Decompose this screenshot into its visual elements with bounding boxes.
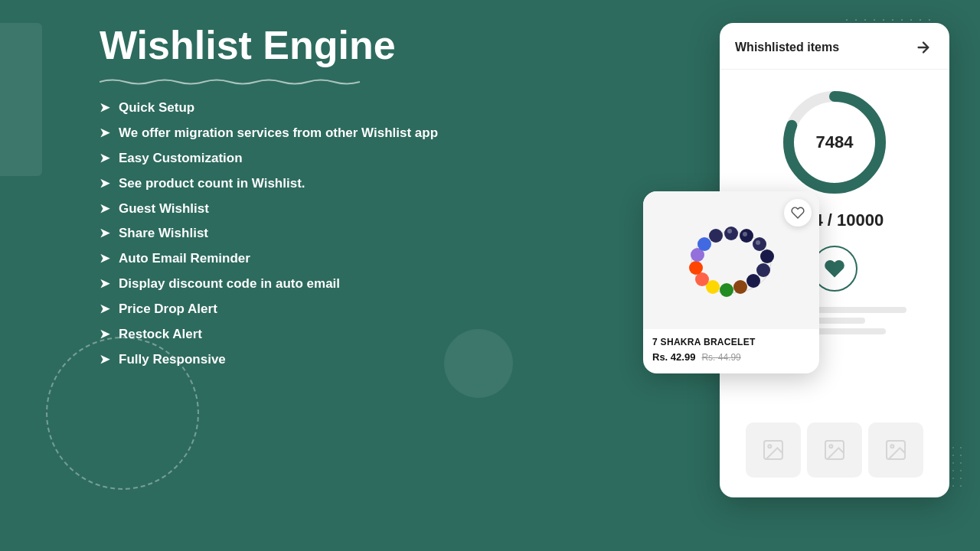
donut-chart: 7484: [777, 85, 892, 200]
right-section: Whishlisted items 7484 7484 / 10000: [643, 23, 949, 528]
arrow-icon: ➤: [100, 100, 109, 115]
title-underline: [100, 75, 360, 80]
arrow-icon: ➤: [100, 226, 109, 240]
arrow-icon: ➤: [100, 151, 109, 165]
list-item: ➤ Auto Email Reminder: [100, 250, 498, 268]
arrow-icon: ➤: [100, 302, 109, 316]
svg-point-24: [743, 232, 747, 236]
svg-point-21: [697, 237, 711, 251]
list-item: ➤ Restock Alert: [100, 326, 498, 344]
donut-chart-area: 7484: [720, 70, 949, 207]
left-section: Wishlist Engine ➤ Quick Setup ➤ We offer…: [100, 23, 498, 369]
arrow-icon: ➤: [100, 176, 109, 191]
thumbnail-3: [868, 422, 923, 478]
left-rectangle: [0, 23, 42, 176]
svg-point-16: [720, 283, 733, 297]
product-info: 7 SHAKRA BRACELET Rs. 42.99 Rs. 44.99: [643, 329, 819, 373]
list-item: ➤ Quick Setup: [100, 99, 498, 117]
feature-label: See product count in Wishlist.: [119, 175, 305, 193]
arrow-icon: ➤: [100, 126, 109, 140]
svg-point-14: [746, 274, 760, 288]
arrow-icon: ➤: [100, 327, 109, 341]
donut-count: 7484: [816, 132, 854, 152]
arrow-icon: ➤: [100, 352, 109, 367]
svg-point-25: [756, 240, 760, 245]
list-item: ➤ Share Wishlist: [100, 225, 498, 243]
feature-label: Auto Email Reminder: [119, 250, 250, 268]
feature-label: Fully Responsive: [119, 351, 226, 369]
svg-point-23: [727, 229, 732, 233]
list-item: ➤ Easy Customization: [100, 150, 498, 168]
product-card: 7 SHAKRA BRACELET Rs. 42.99 Rs. 44.99: [643, 191, 819, 373]
feature-label: Guest Wishlist: [119, 201, 209, 218]
svg-point-3: [768, 445, 771, 448]
list-item: ➤ Guest Wishlist: [100, 201, 498, 218]
feature-label: Share Wishlist: [119, 225, 208, 243]
product-price-row: Rs. 42.99 Rs. 44.99: [652, 351, 810, 363]
feature-label: Restock Alert: [119, 326, 202, 344]
feature-label: Price Drop Alert: [119, 301, 217, 318]
svg-point-19: [689, 261, 703, 275]
feature-label: Display discount code in auto email: [119, 276, 340, 293]
list-item: ➤ Fully Responsive: [100, 351, 498, 369]
feature-list: ➤ Quick Setup ➤ We offer migration servi…: [100, 99, 498, 369]
arrow-icon: ➤: [100, 276, 109, 291]
svg-point-12: [760, 249, 774, 263]
svg-point-5: [829, 445, 832, 448]
product-wishlist-button[interactable]: [784, 199, 812, 227]
price-original: Rs. 44.99: [701, 352, 740, 363]
svg-point-7: [890, 445, 893, 448]
svg-point-9: [724, 227, 738, 240]
arrow-icon: ➤: [100, 201, 109, 216]
feature-label: We offer migration services from other W…: [119, 125, 438, 142]
thumbnail-2: [807, 422, 862, 478]
thumbnail-row: [720, 410, 949, 490]
feature-label: Easy Customization: [119, 150, 243, 168]
navigate-right-button[interactable]: [913, 37, 934, 58]
list-item: ➤ Price Drop Alert: [100, 301, 498, 318]
page-title: Wishlist Engine: [100, 23, 498, 69]
list-item: ➤ See product count in Wishlist.: [100, 175, 498, 193]
thumbnail-1: [746, 422, 801, 478]
price-current: Rs. 42.99: [652, 351, 695, 363]
card-title: Whishlisted items: [735, 41, 839, 54]
arrow-icon: ➤: [100, 251, 109, 266]
list-item: ➤ We offer migration services from other…: [100, 125, 498, 142]
product-image-area: [643, 191, 819, 329]
svg-point-13: [756, 263, 770, 277]
product-image: [678, 210, 785, 310]
svg-point-15: [733, 280, 747, 294]
feature-label: Quick Setup: [119, 99, 194, 117]
svg-point-22: [709, 229, 723, 243]
product-name: 7 SHAKRA BRACELET: [652, 337, 810, 347]
card-header: Whishlisted items: [720, 23, 949, 70]
list-item: ➤ Display discount code in auto email: [100, 276, 498, 293]
